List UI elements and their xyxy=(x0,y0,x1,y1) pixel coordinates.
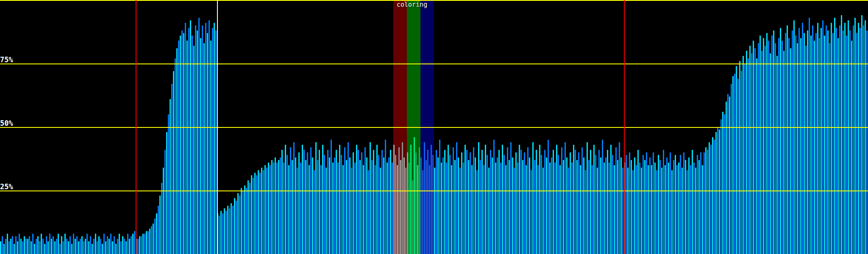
y-axis-label-75: 75% xyxy=(0,56,13,63)
labels-layer: 75%50%25% xyxy=(0,0,868,254)
y-axis-label-50: 50% xyxy=(0,120,13,127)
usage-chart: 75%50%25% coloring xyxy=(0,0,868,254)
coloring-label: coloring xyxy=(397,1,427,8)
y-axis-label-25: 25% xyxy=(0,183,13,190)
